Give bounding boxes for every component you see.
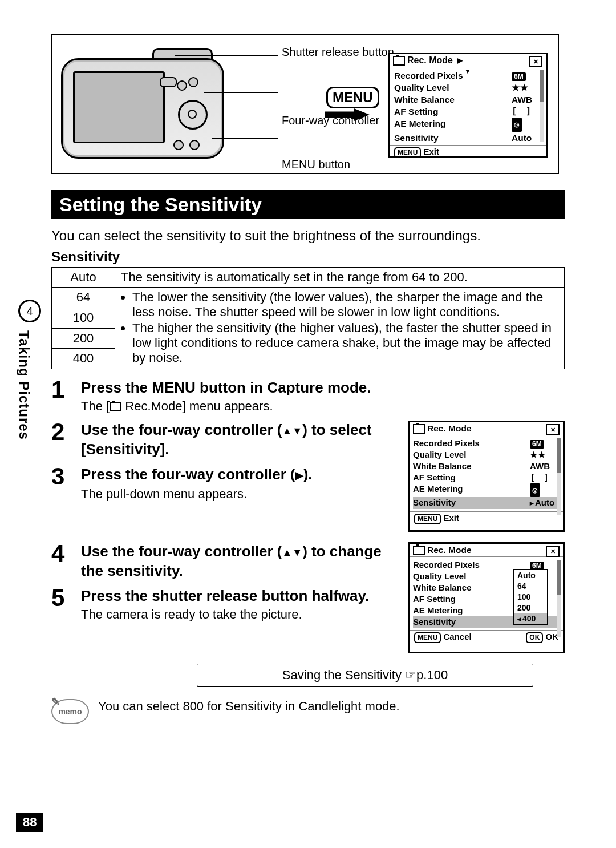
metering-icon: [512, 118, 522, 132]
sensitivity-table: Auto The sensitivity is automatically se…: [51, 267, 565, 369]
row-sensitivity: Sensitivity: [394, 132, 439, 144]
camera-icon: [110, 402, 121, 411]
caret-down-icon: ▼: [465, 68, 471, 75]
chapter-tab: 4 Taking Pictures: [16, 300, 41, 440]
cell-200: 200: [52, 328, 115, 349]
chapter-number: 4: [18, 300, 41, 322]
menu-button-graphic: MENU: [326, 87, 379, 108]
steps-list: 1 Press the MENU button in Capture mode.…: [51, 378, 565, 653]
metering-icon: [530, 483, 540, 497]
step-3: 3 Press the four-way controller (▶). The…: [51, 465, 398, 502]
cross-reference-box: Saving the Sensitivity ☞p.100: [197, 664, 533, 687]
setup-tab-icon: [546, 546, 560, 557]
dropdown-selected: 400: [514, 613, 547, 624]
step-4: 4 Use the four-way controller (▲▼) to ch…: [51, 542, 398, 580]
memo-icon: memo: [51, 699, 89, 724]
camera-icon: [413, 546, 425, 555]
camera-diagram-box: Shutter release button Four-way controll…: [51, 34, 559, 174]
row-white-balance: White Balance: [394, 94, 455, 106]
camera-icon: [413, 424, 425, 434]
row-sensitivity-highlighted: Sensitivity: [413, 616, 456, 628]
setup-tab-icon: [529, 56, 542, 67]
page-number: 88: [16, 813, 43, 832]
section-title: Setting the Sensitivity: [51, 190, 565, 219]
memo-note: memo You can select 800 for Sensitivity …: [51, 699, 565, 724]
camera-icon: [393, 56, 405, 66]
camera-illustration: [61, 58, 224, 159]
intro-text: You can select the sensitivity to suit t…: [51, 227, 565, 244]
row-quality-level: Quality Level: [394, 82, 449, 94]
scrollbar: [557, 560, 561, 637]
scrollbar: [557, 438, 561, 515]
setup-tab-icon: [546, 424, 560, 435]
cell-100: 100: [52, 308, 115, 328]
tab-arrow-icon: ▶: [457, 56, 463, 64]
chapter-name: Taking Pictures: [16, 330, 32, 440]
label-shutter-release: Shutter release button: [282, 46, 394, 58]
screen-title: Rec. Mode: [407, 55, 453, 66]
cell-64: 64: [52, 288, 115, 308]
scrollbar: [540, 70, 544, 142]
screen-rec-mode-main: Rec. Mode ▶ ▼ Recorded Pixels6M Quality …: [388, 53, 548, 158]
step-1: 1 Press the MENU button in Capture mode.…: [51, 378, 565, 414]
screen-rec-mode-dropdown: Rec. Mode Recorded Pixels6M Quality Leve…: [408, 542, 565, 653]
screen-rec-mode-sensitivity-selected: Rec. Mode Recorded Pixels6M Quality Leve…: [408, 421, 565, 532]
cell-numeric-desc: The lower the sensitivity (the lower val…: [115, 288, 565, 369]
af-area-icon: [ ]: [512, 106, 541, 118]
label-menu-button: MENU button: [282, 158, 350, 171]
cell-auto-desc: The sensitivity is automatically set in …: [115, 268, 565, 288]
manual-page: 4 Taking Pictures Shutter release button…: [0, 0, 616, 848]
cell-400: 400: [52, 349, 115, 369]
step-2: 2 Use the four-way controller (▲▼) to se…: [51, 421, 398, 458]
sensitivity-dropdown: Auto 64 100 200 400: [513, 569, 548, 625]
table-heading: Sensitivity: [51, 249, 565, 265]
row-af-setting: AF Setting: [394, 106, 439, 118]
row-sensitivity-highlighted: Sensitivity: [413, 497, 456, 509]
row-recorded-pixels: Recorded Pixels: [394, 70, 463, 82]
row-ae-metering: AE Metering: [394, 118, 445, 132]
step-5: 5 Press the shutter release button halfw…: [51, 587, 398, 622]
cell-auto: Auto: [52, 268, 115, 288]
